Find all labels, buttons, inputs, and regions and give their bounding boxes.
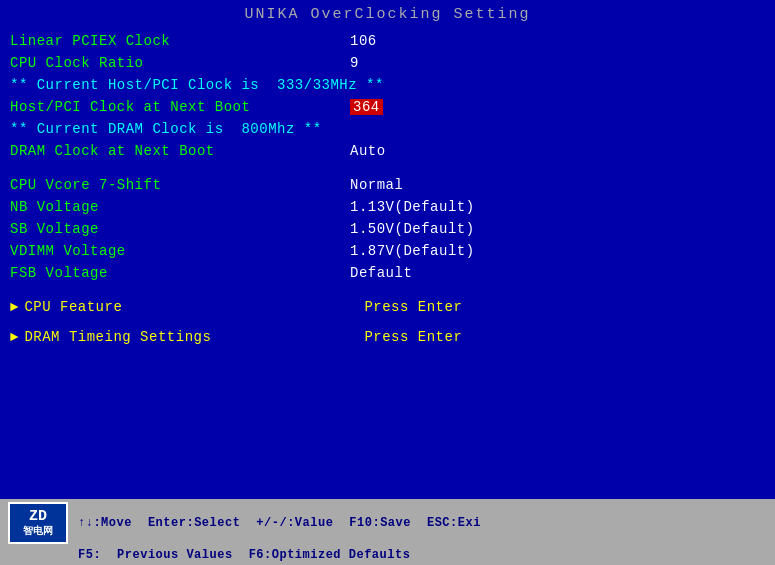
label-cpu-feature: CPU Feature <box>24 299 364 315</box>
row-sb-voltage[interactable]: SB Voltage 1.50V(Default) <box>10 221 765 243</box>
value-current-host-pci: 333/33MHz ** <box>277 77 384 93</box>
footer-key-esc: ESC:Exi <box>427 516 481 530</box>
label-sb-voltage: SB Voltage <box>10 221 350 237</box>
label-nb-voltage: NB Voltage <box>10 199 350 215</box>
title-bar: UNIKA OverClocking Setting <box>0 0 775 27</box>
row-cpu-feature[interactable]: ► CPU Feature Press Enter <box>10 299 765 323</box>
footer-key-arrows: ↑↓:Move <box>78 516 132 530</box>
logo-line2: 智电网 <box>18 526 58 538</box>
label-current-dram: ** Current DRAM Clock is <box>10 121 241 137</box>
footer-logo: ZD 智电网 <box>8 502 68 544</box>
label-fsb-voltage: FSB Voltage <box>10 265 350 281</box>
label-host-pci-next: Host/PCI Clock at Next Boot <box>10 99 350 115</box>
row-cpu-clock-ratio[interactable]: CPU Clock Ratio 9 <box>10 55 765 77</box>
row-current-dram: ** Current DRAM Clock is 800Mhz ** <box>10 121 765 143</box>
row-linear-pciex[interactable]: Linear PCIEX Clock 106 <box>10 33 765 55</box>
label-vdimm-voltage: VDIMM Voltage <box>10 243 350 259</box>
label-dram-next: DRAM Clock at Next Boot <box>10 143 350 159</box>
footer-logo-placeholder <box>8 548 68 562</box>
main-content: Linear PCIEX Clock 106 CPU Clock Ratio 9… <box>0 27 775 499</box>
footer-row1: ZD 智电网 ↑↓:Move Enter:Select +/-/:Value F… <box>0 499 775 547</box>
value-cpu-clock-ratio: 9 <box>350 55 359 71</box>
value-sb-voltage: 1.50V(Default) <box>350 221 475 237</box>
arrow-dram-timeing: ► <box>10 329 18 345</box>
row-vdimm-voltage[interactable]: VDIMM Voltage 1.87V(Default) <box>10 243 765 265</box>
footer-row2: F5: Previous Values F6:Optimized Default… <box>0 547 775 565</box>
value-vdimm-voltage: 1.87V(Default) <box>350 243 475 259</box>
value-current-dram: 800Mhz ** <box>241 121 321 137</box>
footer-key-f10: F10:Save <box>349 516 411 530</box>
bios-screen: UNIKA OverClocking Setting Linear PCIEX … <box>0 0 775 565</box>
value-dram-next: Auto <box>350 143 386 159</box>
arrow-cpu-feature: ► <box>10 299 18 315</box>
label-cpu-vcore: CPU Vcore 7-Shift <box>10 177 350 193</box>
footer: ZD 智电网 ↑↓:Move Enter:Select +/-/:Value F… <box>0 499 775 565</box>
row-current-host-pci: ** Current Host/PCI Clock is 333/33MHz *… <box>10 77 765 99</box>
value-linear-pciex: 106 <box>350 33 377 49</box>
value-cpu-feature: Press Enter <box>364 299 462 315</box>
row-fsb-voltage[interactable]: FSB Voltage Default <box>10 265 765 287</box>
value-dram-timeing: Press Enter <box>364 329 462 345</box>
value-host-pci-next: 364 <box>350 99 383 115</box>
row-host-pci-next[interactable]: Host/PCI Clock at Next Boot 364 <box>10 99 765 121</box>
label-current-host-pci: ** Current Host/PCI Clock is <box>10 77 277 93</box>
footer-key-prev: Previous Values <box>117 548 233 562</box>
spacer1 <box>10 165 765 177</box>
value-fsb-voltage: Default <box>350 265 412 281</box>
row-nb-voltage[interactable]: NB Voltage 1.13V(Default) <box>10 199 765 221</box>
row-cpu-vcore[interactable]: CPU Vcore 7-Shift Normal <box>10 177 765 199</box>
footer-key-f5: F5: <box>78 548 101 562</box>
footer-keys-row2: F5: Previous Values F6:Optimized Default… <box>78 548 410 562</box>
label-linear-pciex: Linear PCIEX Clock <box>10 33 350 49</box>
footer-key-enter: Enter:Select <box>148 516 240 530</box>
footer-key-f6: F6:Optimized Defaults <box>249 548 411 562</box>
row-dram-timeing[interactable]: ► DRAM Timeing Settings Press Enter <box>10 329 765 353</box>
spacer2 <box>10 287 765 299</box>
value-nb-voltage: 1.13V(Default) <box>350 199 475 215</box>
value-cpu-vcore: Normal <box>350 177 403 193</box>
footer-keys-row1: ↑↓:Move Enter:Select +/-/:Value F10:Save… <box>78 516 481 530</box>
title-text: UNIKA OverClocking Setting <box>244 6 530 23</box>
label-cpu-clock-ratio: CPU Clock Ratio <box>10 55 350 71</box>
label-dram-timeing: DRAM Timeing Settings <box>24 329 364 345</box>
footer-key-value: +/-/:Value <box>256 516 333 530</box>
logo-line1: ZD <box>18 508 58 526</box>
row-dram-next[interactable]: DRAM Clock at Next Boot Auto <box>10 143 765 165</box>
